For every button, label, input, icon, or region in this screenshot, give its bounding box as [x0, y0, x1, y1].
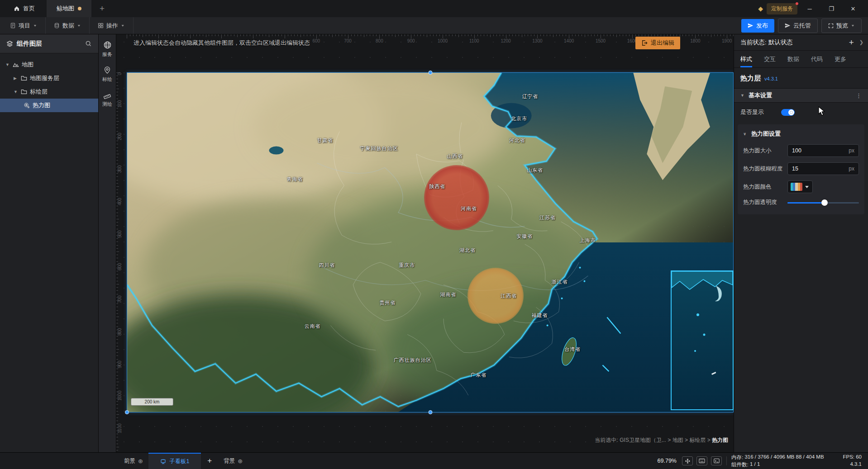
pin-icon — [103, 66, 111, 74]
home-tab[interactable]: 首页 — [0, 0, 47, 17]
tool-plot[interactable]: 标绘 — [102, 66, 112, 83]
caret-right-icon[interactable]: ▶ — [14, 76, 18, 81]
chevron-down-icon: ∨ — [743, 132, 748, 136]
more-options-icon[interactable]: ⋮ — [856, 92, 862, 99]
publish-button[interactable]: 发布 — [741, 19, 774, 33]
province-label: 台湾省 — [564, 346, 581, 353]
province-label: 安徽省 — [516, 232, 533, 239]
minimize-button[interactable]: ─ — [800, 0, 819, 17]
tool-measure-label: 测绘 — [102, 101, 112, 108]
expand-circle-icon[interactable]: ⊕ — [238, 458, 243, 464]
heat-size-label: 热力圆大小 — [743, 147, 787, 155]
slider-handle[interactable] — [821, 199, 828, 206]
caret-down-icon[interactable]: ▼ — [5, 62, 10, 67]
ruler-tick — [304, 34, 304, 36]
heat-blur-input[interactable]: 15 px — [787, 162, 859, 175]
unsaved-dot — [78, 7, 81, 10]
ruler-tick — [424, 34, 424, 36]
close-button[interactable]: ✕ — [844, 0, 863, 17]
vip-service-badge[interactable]: 定制服务 — [767, 3, 797, 14]
ruler-number: 700 — [344, 38, 352, 43]
ruler-tick — [578, 34, 579, 36]
exit-edit-button[interactable]: 退出编辑 — [635, 37, 680, 49]
ruler-tick — [515, 34, 516, 36]
cloud-host-button[interactable]: 云托管 — [778, 19, 818, 33]
zoom-level[interactable]: 69.79% — [658, 458, 677, 464]
resize-handle-top[interactable] — [428, 71, 432, 75]
province-label: 山西省 — [447, 152, 463, 159]
ruler-tick — [127, 34, 127, 38]
ruler-tick — [474, 34, 475, 38]
ruler-tick — [116, 343, 118, 343]
tree-item-heatmap[interactable]: 热力图 — [0, 99, 98, 112]
fit-view-icon[interactable] — [682, 456, 693, 465]
keyboard-shortcuts-icon[interactable] — [696, 456, 707, 465]
console-icon[interactable] — [711, 456, 722, 465]
add-state-button[interactable]: + — [845, 38, 858, 47]
map-component[interactable]: 辽宁省北京市河北省山西省山东省甘肃省宁夏回族自治区陕西省青海省河南省江苏省安徽省… — [127, 72, 734, 412]
ruler-tick — [496, 34, 497, 36]
ruler-tick — [339, 34, 339, 36]
ruler-tick — [629, 34, 630, 36]
tree-item-map[interactable]: ▼ 地图 — [0, 58, 98, 71]
tree-item-map-service-layer[interactable]: ▶ 地图服务层 — [0, 71, 98, 85]
heat-size-row: 热力圆大小 100 px — [743, 144, 859, 157]
ruler-tick — [351, 34, 352, 36]
ruler-tick — [572, 34, 572, 36]
ruler-tick — [348, 34, 348, 38]
add-board-button[interactable]: + — [201, 453, 218, 469]
heat-circle-red[interactable] — [424, 165, 489, 230]
ruler-tick — [116, 281, 118, 281]
new-tab-button[interactable]: + — [91, 0, 113, 17]
ruler-tick — [506, 34, 506, 38]
tab-whale-map[interactable]: 鲸地图 — [47, 0, 91, 17]
resize-handle-bottom-left[interactable] — [125, 410, 129, 414]
section-basic-settings[interactable]: ▼ 基本设置 ⋮ — [734, 88, 868, 103]
ruler-tick — [116, 261, 118, 262]
background-button[interactable]: 背景 ⊕ — [218, 453, 248, 469]
heat-size-input[interactable]: 100 px — [787, 144, 859, 157]
home-icon — [14, 5, 20, 12]
menu-project[interactable]: 项目▼ — [0, 17, 46, 34]
province-label: 辽宁省 — [522, 93, 538, 99]
ruler-tick — [316, 34, 317, 38]
resize-handle-bottom[interactable] — [428, 410, 432, 414]
expand-circle-icon[interactable]: ⊕ — [138, 458, 143, 464]
ruler-tick — [116, 189, 118, 190]
chevron-right-icon[interactable]: ❯ — [859, 39, 863, 45]
tab-more[interactable]: 更多 — [835, 51, 846, 67]
tab-data[interactable]: 数据 — [787, 51, 799, 67]
ruler-tick — [569, 34, 569, 38]
tab-interaction[interactable]: 交互 — [764, 51, 776, 67]
foreground-button[interactable]: 前景 ⊕ — [119, 453, 148, 469]
overview-inset-map[interactable] — [671, 270, 734, 410]
search-icon[interactable] — [85, 40, 92, 47]
preview-button[interactable]: 预览▼ — [821, 19, 862, 33]
tree-item-plot-layer[interactable]: ▼ 标绘层 — [0, 85, 98, 99]
ruler-tick — [116, 124, 118, 125]
ruler-tick — [146, 34, 146, 36]
section-heatmap-settings[interactable]: ∨ 热力图设置 — [743, 130, 859, 138]
tab-style[interactable]: 样式 — [740, 51, 752, 67]
ruler-tick — [116, 238, 118, 239]
menu-data[interactable]: 数据▼ — [46, 17, 90, 34]
menu-action[interactable]: 操作▼ — [90, 17, 134, 34]
heat-color-picker[interactable] — [787, 180, 813, 193]
ruler-tick — [116, 209, 118, 209]
caret-down-icon[interactable]: ▼ — [14, 90, 18, 94]
province-label: 江西省 — [501, 292, 517, 299]
visibility-toggle[interactable] — [781, 109, 795, 116]
ruler-tick — [559, 34, 560, 36]
opacity-slider[interactable] — [787, 199, 859, 206]
tool-measure[interactable]: 测绘 — [102, 91, 112, 108]
edit-canvas[interactable]: 6007008009001000110012001300140015001600… — [116, 34, 734, 452]
ruler-tick — [272, 34, 272, 36]
tool-service[interactable]: 服务 — [102, 41, 112, 58]
board-tab[interactable]: 子看板1 — [148, 453, 201, 469]
restore-button[interactable]: ❐ — [822, 0, 841, 17]
ruler-tick — [200, 34, 200, 36]
ruler-tick — [342, 34, 342, 36]
tab-code[interactable]: 代码 — [811, 51, 823, 67]
chevron-down-icon: ▼ — [77, 24, 81, 28]
ruler-tick — [294, 34, 295, 36]
